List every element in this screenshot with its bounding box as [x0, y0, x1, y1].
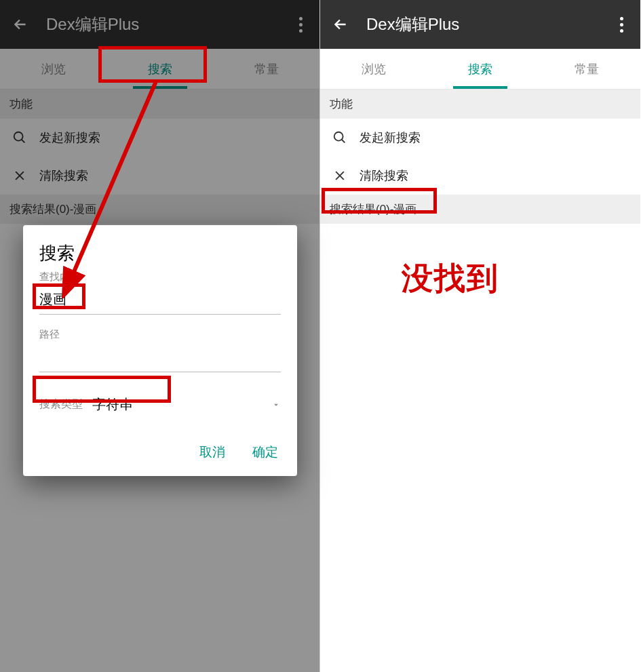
tab-bar: 浏览 搜索 常量	[0, 49, 319, 90]
search-icon	[332, 130, 347, 145]
path-input[interactable]	[39, 344, 281, 372]
type-value: 字符串	[92, 395, 271, 414]
content-input[interactable]	[39, 286, 281, 315]
back-icon[interactable]	[331, 15, 350, 34]
svg-point-5	[334, 132, 343, 141]
ok-button[interactable]: 确定	[250, 438, 281, 467]
search-type-selector[interactable]: 搜索类型 字符串	[39, 391, 281, 418]
section-results-left: 搜索结果(0)-漫画	[0, 195, 319, 224]
dropdown-icon	[271, 400, 281, 410]
search-dialog: 搜索 查找内容 路径 搜索类型 字符串 取消 确定	[23, 225, 297, 476]
tab-browse[interactable]: 浏览	[0, 49, 106, 89]
item-new-search[interactable]: 发起新搜索	[0, 119, 319, 157]
svg-line-1	[22, 140, 25, 143]
cancel-button[interactable]: 取消	[197, 438, 228, 467]
section-results-right: 搜索结果(0)-漫画	[320, 195, 640, 224]
svg-point-0	[14, 132, 23, 141]
item-label: 清除搜索	[360, 167, 408, 184]
overflow-menu-icon[interactable]	[613, 16, 629, 33]
tab-bar: 浏览 搜索 常量	[320, 49, 640, 90]
close-icon	[332, 168, 347, 183]
tab-browse[interactable]: 浏览	[320, 49, 427, 89]
appbar-left: Dex编辑Plus	[0, 0, 319, 49]
overflow-menu-icon[interactable]	[292, 16, 309, 33]
item-clear-search[interactable]: 清除搜索	[0, 157, 319, 195]
item-label: 发起新搜索	[360, 130, 421, 146]
item-new-search[interactable]: 发起新搜索	[320, 119, 640, 157]
app-title: Dex编辑Plus	[46, 14, 292, 35]
content-hint: 查找内容	[39, 271, 281, 283]
tab-const[interactable]: 常量	[213, 49, 319, 89]
item-label: 清除搜索	[39, 167, 88, 184]
dialog-title: 搜索	[39, 241, 281, 265]
dialog-actions: 取消 确定	[39, 438, 281, 467]
appbar-right: Dex编辑Plus	[320, 0, 640, 49]
tab-const[interactable]: 常量	[534, 49, 640, 89]
search-icon	[12, 130, 27, 145]
type-label: 搜索类型	[39, 397, 83, 412]
item-clear-search[interactable]: 清除搜索	[320, 157, 640, 195]
close-icon	[12, 168, 27, 183]
svg-line-6	[342, 140, 345, 143]
app-title: Dex编辑Plus	[366, 14, 613, 35]
tab-search[interactable]: 搜索	[106, 49, 213, 89]
tab-search[interactable]: 搜索	[427, 49, 533, 89]
section-functions: 功能	[320, 90, 640, 119]
annotation-not-found: 没找到	[402, 258, 499, 300]
section-functions: 功能	[0, 90, 319, 119]
path-hint: 路径	[39, 328, 281, 341]
item-label: 发起新搜索	[39, 130, 100, 146]
back-icon[interactable]	[11, 15, 30, 34]
